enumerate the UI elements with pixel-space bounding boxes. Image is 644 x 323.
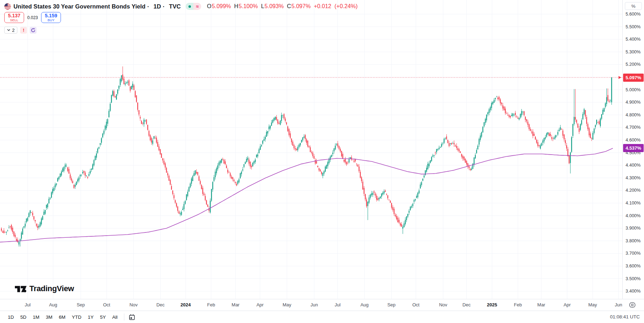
market-status-pill[interactable]: ≈ [186,3,201,10]
y-tick-label: 4.700% [626,125,640,130]
y-tick-label: 4.400% [626,163,640,168]
x-tick-month-label: Nov [433,302,453,307]
symbol-title[interactable]: United States 30 Year Government Bonds Y… [13,3,146,10]
tradingview-logo-text: TradingView [29,284,74,293]
time-axis[interactable]: JulAugSepOctNovDec2024FebMarAprMayJunJul… [0,299,644,311]
session-clock[interactable]: 01:08:41 UTC [610,314,640,319]
tradingview-logo-icon [15,284,27,293]
low-value: 5.093% [265,3,284,9]
y-tick-label: 5.300% [626,50,640,54]
tradingview-logo[interactable]: TradingView [15,284,74,293]
y-tick-label: 3.700% [626,251,640,256]
bottom-toolbar: 1D5D1M3M6MYTD1Y5YAll 01:08:41 UTC [0,311,644,323]
buy-price: 5.159 [45,13,57,18]
delayed-data-indicator: ≈ [193,3,201,10]
percent-scale-button[interactable]: % [625,2,642,10]
range-button-3m[interactable]: 3M [43,313,55,321]
sell-price: 5.137 [8,13,20,18]
buy-button[interactable]: 5.159 BUY [41,12,61,23]
x-tick-month-label: Dec [457,302,476,307]
y-tick-label: 3.500% [626,276,640,281]
chart-tools-row: 2 ! [4,27,36,34]
alert-button[interactable]: ! [20,27,27,34]
sell-label: SELL [10,18,18,22]
x-tick-month-label: Dec [151,302,170,307]
y-tick-label: 4.900% [626,100,640,105]
title-separator: · [147,3,149,10]
x-tick-month-label: Aug [43,302,63,307]
toolbar-divider [124,313,124,321]
sell-button[interactable]: 5.137 SELL [4,12,24,23]
change-percent: (+0.24%) [334,3,357,10]
title-separator2: · [163,3,165,10]
close-label: C [287,3,291,9]
x-tick-month-label: Feb [201,302,221,307]
x-tick-month-label: Mar [226,302,245,307]
us-flag-icon [4,3,11,10]
x-tick-month-label: Jun [609,302,628,307]
last-price-label: 5.097% [623,74,644,82]
x-tick-month-label: May [277,302,297,307]
x-tick-month-label: Apr [557,302,577,307]
x-tick-year-label: 2025 [482,302,502,307]
object-tree-collapse-button[interactable]: 2 [4,27,17,34]
range-button-ytd[interactable]: YTD [69,313,84,321]
x-tick-month-label: Nov [124,302,143,307]
y-tick-label: 3.400% [626,289,640,294]
range-button-1y[interactable]: 1Y [85,313,97,321]
interval-label[interactable]: 1D [153,3,161,10]
y-tick-label: 4.000% [626,213,640,218]
market-open-dot-icon [188,5,191,8]
x-tick-year-label: 2024 [176,302,196,307]
gear-icon[interactable] [629,302,635,308]
range-button-1d[interactable]: 1D [5,313,17,321]
ohlc-readout: O5.099% H5.100% L5.093% C5.097% +0.012 (… [207,3,357,10]
y-tick-label: 5.200% [626,62,640,67]
buy-label: BUY [47,18,55,22]
delayed-data-icon: ≈ [196,4,199,9]
low-label: L [261,3,264,9]
x-tick-month-label: May [583,302,603,307]
high-label: H [234,3,238,9]
y-tick-label: 5.600% [626,12,640,17]
ma-price-label: 4.537% [623,144,644,152]
change-value: +0.012 [314,3,331,10]
y-tick-label: 4.800% [626,113,640,117]
refresh-button[interactable] [30,27,36,34]
open-label: O [207,3,211,9]
chevron-down-icon [7,29,10,31]
alert-icon: ! [23,28,24,33]
y-tick-label: 3.800% [626,238,640,243]
date-range-buttons: 1D5D1M3M6MYTD1Y5YAll [5,313,120,321]
x-tick-month-label: Apr [250,302,270,307]
x-tick-month-label: Oct [406,302,426,307]
x-tick-month-label: Feb [508,302,528,307]
x-tick-month-label: Sep [71,302,91,307]
high-value: 5.100% [239,3,258,9]
y-tick-label: 4.100% [626,201,640,206]
y-tick-label: 3.600% [626,264,640,269]
go-to-date-button[interactable] [128,313,136,321]
range-button-6m[interactable]: 6M [56,313,68,321]
range-button-5d[interactable]: 5D [17,313,29,321]
x-tick-month-label: Sep [382,302,401,307]
x-tick-month-label: Jul [18,302,38,307]
symbol-header: United States 30 Year Government Bonds Y… [4,2,358,10]
y-tick-label: 5.400% [626,37,640,42]
range-button-5y[interactable]: 5Y [97,313,109,321]
y-tick-label: 3.900% [626,226,640,231]
candlestick-chart[interactable] [0,0,622,299]
range-button-all[interactable]: All [109,313,120,321]
y-tick-label: 4.200% [626,188,640,193]
x-tick-month-label: Aug [355,302,374,307]
exchange-label[interactable]: TVC [169,3,181,10]
chart-pane[interactable] [0,0,622,299]
range-button-1m[interactable]: 1M [30,313,43,321]
price-axis[interactable]: % 5.600%5.500%5.400%5.300%5.200%5.100%5.… [622,0,644,311]
y-tick-label: 4.600% [626,138,640,143]
y-tick-label: 5.000% [626,87,640,92]
spread-value: 0.023 [27,15,38,20]
x-tick-month-label: Jul [328,302,348,307]
refresh-icon [31,28,35,33]
market-open-indicator [186,3,193,10]
